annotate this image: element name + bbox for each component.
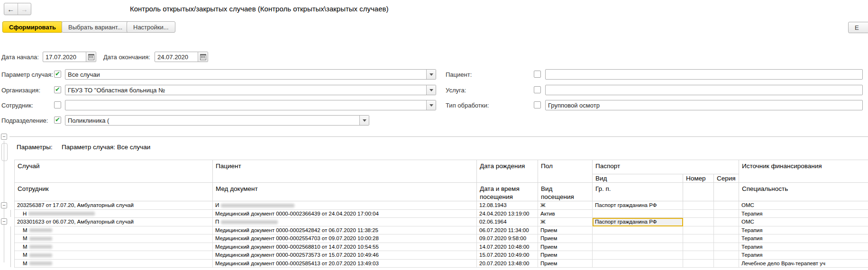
cell-date[interactable]: 12.08.1943 (477, 201, 538, 210)
cell-fin-or-speciality[interactable]: Лечебное дело Врач-терапевт уч (739, 260, 868, 268)
organization-checkbox[interactable]: ✔ (54, 86, 61, 93)
cell-passport-kind[interactable]: Паспорт гражданина РФ (593, 218, 683, 226)
column-header-patient[interactable]: Пациент (213, 160, 477, 183)
cell-patient-or-med-doc[interactable]: И (213, 201, 477, 210)
column-header-birth-date[interactable]: Дата рождения (477, 160, 538, 183)
column-header-visit-kind[interactable]: Вид посещения (538, 183, 593, 201)
cell-sex-or-visit-kind[interactable]: Прием (538, 251, 593, 260)
cell-patient-or-med-doc[interactable]: Медицинский документ 0000-0002585413 от … (213, 260, 477, 268)
cell-fin-or-speciality[interactable]: Терапия (739, 251, 868, 260)
cell-fin-or-speciality[interactable]: ОМС (739, 218, 868, 226)
case-parameter-input[interactable] (65, 70, 426, 79)
cell-date[interactable]: 06.07.2020 11:34:00 (477, 226, 538, 235)
column-header-sex[interactable]: Пол (538, 160, 593, 183)
department-checkbox[interactable]: ✔ (54, 117, 61, 124)
department-dropdown-button[interactable] (359, 116, 369, 125)
cell-fin-or-speciality[interactable]: Терапия (739, 243, 868, 252)
case-1-collapse-button[interactable]: − (1, 202, 7, 208)
cell-passport-series[interactable] (714, 210, 739, 218)
column-header-employee[interactable]: Сотрудник (15, 183, 213, 201)
cell-passport-series[interactable] (714, 218, 739, 226)
cell-sex-or-visit-kind[interactable]: Прием (538, 226, 593, 235)
cell-sex-or-visit-kind[interactable]: Прием (538, 260, 593, 268)
cell-passport-number[interactable] (683, 234, 714, 243)
cell-passport-kind[interactable] (593, 226, 683, 235)
choose-variant-button[interactable]: Выбрать вариант... (62, 21, 129, 33)
patient-checkbox[interactable]: ✔ (534, 71, 541, 78)
date-start-input[interactable] (43, 52, 86, 62)
back-button[interactable]: ← (4, 3, 18, 15)
cell-case-or-employee[interactable]: М (15, 260, 213, 268)
cell-passport-series[interactable] (714, 226, 739, 235)
cell-sex-or-visit-kind[interactable]: Прием (538, 234, 593, 243)
cell-patient-or-med-doc[interactable]: Медицинский документ 0000-0002366439 от … (213, 210, 477, 218)
more-actions-button[interactable]: Е (848, 22, 868, 33)
column-header-fin-source[interactable]: Источник финансирования (739, 160, 868, 183)
settings-button[interactable]: Настройки... (127, 21, 175, 33)
column-header-med-doc[interactable]: Мед документ (213, 183, 477, 201)
cell-passport-number[interactable] (683, 218, 714, 226)
report-collapse-button[interactable]: − (1, 134, 7, 140)
cell-case-or-employee[interactable]: М (15, 234, 213, 243)
cell-fin-or-speciality[interactable]: Терапия (739, 226, 868, 235)
cell-patient-or-med-doc[interactable]: Медицинский документ 0000-0002554703 от … (213, 234, 477, 243)
column-header-passport[interactable]: Паспорт (593, 160, 739, 174)
cell-date[interactable]: 20.07.2020 13:48:00 (477, 260, 538, 268)
employee-dropdown-button[interactable] (426, 100, 436, 110)
cell-sex-or-visit-kind[interactable]: Ж (538, 218, 593, 226)
cell-date[interactable]: 15.07.2020 10:49:00 (477, 251, 538, 260)
cell-passport-kind[interactable] (593, 243, 683, 252)
cell-case-or-employee[interactable]: М (15, 251, 213, 260)
cell-passport-kind[interactable] (593, 210, 683, 218)
column-header-speciality[interactable]: Специальность (739, 183, 868, 201)
cell-passport-number[interactable] (683, 243, 714, 252)
cell-date[interactable]: 02.06.1964 (477, 218, 538, 226)
cell-date[interactable]: 14.07.2020 10:48:00 (477, 243, 538, 252)
processing-type-checkbox[interactable]: ✔ (534, 101, 541, 108)
cell-fin-or-speciality[interactable]: ОМС (739, 201, 868, 210)
service-checkbox[interactable]: ✔ (534, 86, 541, 93)
cell-passport-kind[interactable] (593, 234, 683, 243)
cell-passport-series[interactable] (714, 234, 739, 243)
cell-passport-series[interactable] (714, 260, 739, 268)
cell-passport-kind[interactable]: Паспорт гражданина РФ (593, 201, 683, 210)
case-parameter-dropdown-button[interactable] (426, 70, 436, 79)
date-end-calendar-button[interactable] (198, 52, 208, 62)
column-header-grp[interactable]: Гр. п. (593, 183, 683, 201)
cell-patient-or-med-doc[interactable]: П (213, 218, 477, 226)
cell-case-or-employee[interactable]: 203256387 от 17.07.20, Амбулаторный случ… (15, 201, 213, 210)
department-input[interactable] (65, 116, 359, 125)
forward-button[interactable]: → (18, 3, 31, 15)
column-header-passport-kind[interactable]: Вид (593, 174, 683, 183)
column-header-case[interactable]: Случай (15, 160, 213, 183)
column-header-passport-number[interactable]: Номер (683, 174, 714, 183)
cell-sex-or-visit-kind[interactable]: Актив (538, 210, 593, 218)
cell-passport-series[interactable] (714, 201, 739, 210)
employee-checkbox[interactable]: ✔ (54, 101, 61, 108)
cell-patient-or-med-doc[interactable]: Медицинский документ 0000-0002568810 от … (213, 243, 477, 252)
cell-passport-number[interactable] (683, 226, 714, 235)
generate-button[interactable]: Сформировать (2, 21, 63, 33)
service-input[interactable] (546, 85, 862, 95)
organization-input[interactable] (65, 85, 426, 95)
cell-passport-kind[interactable] (593, 260, 683, 268)
column-header-visit-datetime[interactable]: Дата и время посещения (477, 183, 538, 201)
cell-patient-or-med-doc[interactable]: Медицинский документ 0000-0002542842 от … (213, 226, 477, 235)
patient-input[interactable] (546, 70, 862, 79)
cell-passport-number[interactable] (683, 201, 714, 210)
cell-fin-or-speciality[interactable]: Терапия (739, 210, 868, 218)
cell-passport-series[interactable] (714, 243, 739, 252)
cell-passport-number[interactable] (683, 260, 714, 268)
cell-sex-or-visit-kind[interactable]: Прием (538, 243, 593, 252)
date-end-input[interactable] (155, 52, 198, 62)
cell-patient-or-med-doc[interactable]: Медицинский документ 0000-0002573573 от … (213, 251, 477, 260)
date-start-calendar-button[interactable] (86, 52, 96, 62)
case-parameter-checkbox[interactable]: ✔ (54, 71, 61, 78)
cell-case-or-employee[interactable]: М (15, 243, 213, 252)
cell-date[interactable]: 24.04.2020 13:19:00 (477, 210, 538, 218)
case-2-collapse-button[interactable]: − (1, 218, 7, 225)
cell-passport-kind[interactable] (593, 251, 683, 260)
organization-dropdown-button[interactable] (426, 85, 436, 95)
cell-passport-number[interactable] (683, 210, 714, 218)
cell-passport-series[interactable] (714, 251, 739, 260)
